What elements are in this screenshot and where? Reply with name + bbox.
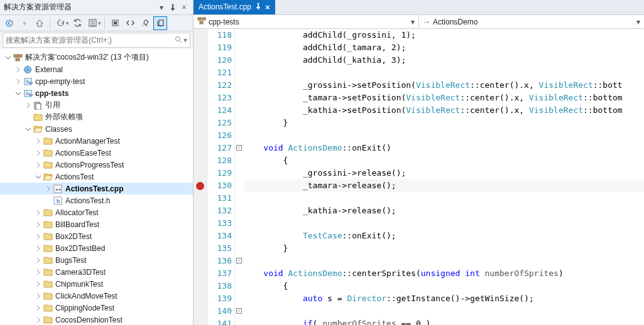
tree-label: Box2DTest [55, 232, 92, 241]
tree-row[interactable]: Classes [0, 123, 193, 135]
search-box[interactable]: ▾ [3, 33, 190, 48]
view-code-button[interactable] [123, 16, 137, 30]
tree-row[interactable]: ++cpp-tests [0, 87, 193, 99]
code-content[interactable]: addChild(_grossini, 1); addChild(_tamara… [244, 29, 644, 325]
tree-expander[interactable] [34, 304, 43, 312]
tree-row[interactable]: BugsTest [0, 254, 193, 266]
sync-button[interactable] [70, 16, 84, 30]
svg-point-5 [176, 36, 180, 41]
tree-expander[interactable] [14, 65, 23, 74]
tree-expander[interactable] [14, 77, 23, 86]
forward-button[interactable]: ▾ [18, 16, 31, 30]
tree-row[interactable]: hActionsTest.h [0, 194, 193, 206]
tree-expander[interactable] [4, 53, 13, 62]
breakpoint-marker[interactable] [196, 182, 204, 190]
tree-row[interactable]: ActionsProgressTest [0, 159, 193, 171]
tree-expander[interactable] [34, 244, 43, 253]
properties-button[interactable] [138, 16, 152, 30]
tree-row[interactable]: ++cpp-empty-test [0, 75, 193, 87]
tree-row[interactable]: ClickAndMoveTest [0, 290, 193, 302]
panel-dropdown-button[interactable]: ▾ [156, 3, 166, 13]
outline-toggle[interactable]: − [236, 308, 242, 314]
tree-label: 引用 [45, 100, 60, 110]
tree-label: ActionManagerTest [55, 137, 120, 146]
tree-expander[interactable] [24, 125, 33, 134]
globe-icon [23, 65, 33, 75]
tree-row[interactable]: ActionsEaseTest [0, 147, 193, 159]
folder-open-icon [33, 124, 43, 134]
home-button[interactable] [33, 16, 46, 30]
tree-row[interactable]: CocosDenshionTest [0, 314, 193, 325]
tree-expander[interactable] [34, 292, 43, 301]
tree-label: ClippingNodeTest [55, 304, 114, 312]
tree-row[interactable]: AllocatorTest [0, 206, 193, 218]
folder-icon [43, 148, 53, 158]
references-icon [33, 100, 43, 110]
tree-label: Box2DTestBed [55, 244, 105, 253]
search-dropdown[interactable]: ▾ [183, 36, 187, 45]
tree-expander[interactable] [24, 101, 33, 110]
tree-expander[interactable] [14, 89, 23, 98]
tree-expander[interactable] [34, 220, 43, 229]
tree-expander[interactable] [34, 208, 43, 217]
tab-pin-icon[interactable] [255, 3, 261, 11]
panel-close-button[interactable]: × [179, 3, 189, 13]
tree-row[interactable]: 解决方案'cocos2d-win32' (13 个项目) [0, 51, 193, 63]
tree-expander[interactable] [34, 149, 43, 157]
tree-label: ActionsProgressTest [55, 161, 124, 169]
svg-rect-8 [16, 58, 19, 61]
tree-expander[interactable] [34, 280, 43, 289]
svg-text:++: ++ [55, 187, 62, 193]
nav-member-dropdown[interactable]: → ActionsDemo ▾ [419, 15, 644, 28]
preview-button[interactable] [153, 16, 167, 30]
nav-scope-dropdown[interactable]: cpp-tests ▾ [194, 15, 419, 28]
tree-expander[interactable] [34, 161, 43, 169]
tree-label: CocosDenshionTest [55, 316, 123, 324]
svg-rect-22 [200, 21, 203, 24]
tree-row[interactable]: BillBoardTest [0, 218, 193, 230]
show-all-button[interactable] [108, 16, 122, 30]
tree-expander[interactable] [34, 137, 43, 146]
tree-row[interactable]: 外部依赖项 [0, 111, 193, 123]
tab-label: ActionsTest.cpp [199, 3, 251, 11]
tree-expander[interactable] [34, 268, 43, 277]
tree-row[interactable]: 引用 [0, 99, 193, 111]
tree-row[interactable]: ChipmunkTest [0, 278, 193, 290]
collapse-button[interactable] [85, 16, 99, 30]
outline-toggle[interactable]: − [236, 258, 242, 264]
editor-tabbar: ActionsTest.cpp × [194, 0, 644, 15]
outline-column[interactable]: −−− [235, 29, 244, 325]
tree-label: 解决方案'cocos2d-win32' (13 个项目) [25, 52, 149, 63]
code-editor[interactable]: 1181191201211221231241251261271281291301… [194, 29, 644, 325]
tree-row[interactable]: Camera3DTest [0, 266, 193, 278]
solution-tree[interactable]: 解决方案'cocos2d-win32' (13 个项目)External++cp… [0, 49, 193, 325]
tree-expander[interactable] [44, 184, 53, 193]
search-input[interactable] [6, 36, 175, 45]
tree-row[interactable]: ClippingNodeTest [0, 302, 193, 314]
tree-row[interactable]: Box2DTest [0, 230, 193, 242]
tab-close-button[interactable]: × [265, 3, 270, 12]
tree-expander[interactable] [34, 173, 43, 181]
tree-row[interactable]: External [0, 63, 193, 75]
folder-icon [43, 279, 53, 289]
tree-row[interactable]: ActionsTest [0, 171, 193, 183]
tree-row[interactable]: Box2DTestBed [0, 242, 193, 254]
tree-label: cpp-empty-test [35, 77, 85, 86]
breakpoint-column[interactable] [194, 29, 207, 325]
folder-open-icon [43, 172, 53, 182]
tree-expander[interactable] [34, 232, 43, 241]
tree-label: ClickAndMoveTest [55, 292, 117, 301]
tree-row[interactable]: ActionManagerTest [0, 135, 193, 147]
panel-pin-button[interactable] [168, 3, 178, 13]
refresh-button[interactable] [53, 16, 67, 30]
tab-actionstest[interactable]: ActionsTest.cpp × [194, 0, 275, 14]
tree-label: Classes [45, 125, 72, 134]
chevron-down-icon: ▾ [411, 18, 415, 26]
outline-toggle[interactable]: − [236, 145, 242, 151]
tree-row[interactable]: ++ActionsTest.cpp [0, 183, 193, 194]
tree-expander[interactable] [34, 256, 43, 265]
tree-expander[interactable] [34, 316, 43, 324]
back-button[interactable] [3, 16, 16, 30]
nav-member-prefix: → [423, 18, 430, 26]
svg-text:++: ++ [29, 81, 33, 85]
